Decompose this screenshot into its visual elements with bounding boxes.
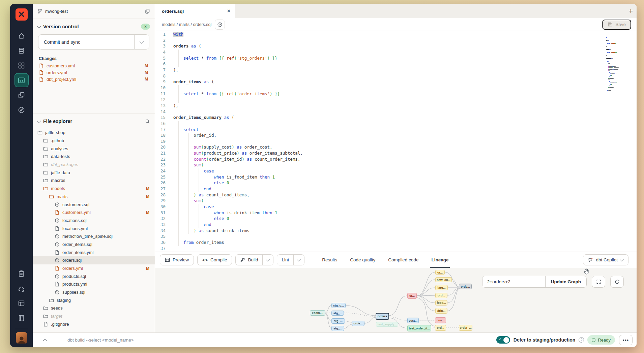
tree-item-customers-sql[interactable]: customers.sql xyxy=(33,200,155,208)
tree-item-jaffle-data[interactable]: jaffle-data xyxy=(33,168,155,176)
lineage-node-orde-[interactable]: orde... xyxy=(352,321,364,326)
tree-item-locations-sql[interactable]: locations.sql xyxy=(33,217,155,225)
tab-compiled-code[interactable]: Compiled code xyxy=(388,252,418,268)
save-button[interactable]: Save xyxy=(602,20,631,30)
changed-file-row[interactable]: orders.ymlM xyxy=(33,69,155,76)
lineage-node-larg-[interactable]: larg... xyxy=(435,285,448,290)
tab-lineage[interactable]: Lineage xyxy=(431,252,448,268)
lineage-node-stg-[interactable]: stg_... xyxy=(331,326,344,331)
code-line-16[interactable]: 16 xyxy=(155,121,637,127)
code-line-3[interactable]: 3orders as ( xyxy=(155,43,637,50)
deploy-icon[interactable] xyxy=(14,43,29,58)
code-line-27[interactable]: 27 end xyxy=(155,186,637,192)
tree-item-orders-sql[interactable]: orders.sql xyxy=(33,256,155,264)
code-line-26[interactable]: 26 else 0 xyxy=(155,180,637,186)
tree-item-metricflow-time-spine-sql[interactable]: metricflow_time_spine.sql xyxy=(33,232,155,240)
lineage-node-drin-[interactable]: drin... xyxy=(435,308,447,314)
code-line-14[interactable]: 14 xyxy=(155,109,637,115)
minimap[interactable] xyxy=(606,37,628,96)
tree-item-orders-yml[interactable]: orders.ymlM xyxy=(33,264,155,272)
code-line-10[interactable]: 10 xyxy=(155,85,637,91)
code-line-7[interactable]: 7), xyxy=(155,67,637,73)
code-line-30[interactable]: 30 case xyxy=(155,204,637,210)
help-icon[interactable]: ? xyxy=(579,337,584,343)
command-input[interactable]: dbt build --select <model_name> xyxy=(67,338,496,343)
tree-item-macros[interactable]: macros xyxy=(33,176,155,185)
code-line-37[interactable]: 37 xyxy=(155,246,637,252)
code-line-5[interactable]: 5 select * from {{ ref('stg_orders') }} xyxy=(155,56,637,62)
develop-icon[interactable] xyxy=(14,73,29,87)
code-line-29[interactable]: 29 sum( xyxy=(155,198,637,204)
tree-item-jaffle-shop[interactable]: jaffle-shop xyxy=(33,129,155,137)
lineage-node-order-[interactable]: order_... xyxy=(459,325,472,331)
lineage-node-new-cu-[interactable]: new_cu... xyxy=(435,277,452,282)
code-line-1[interactable]: 1with xyxy=(155,32,637,38)
lineage-node-test-order-it-[interactable]: test_order_it... xyxy=(407,325,431,331)
defer-toggle[interactable]: ✓ xyxy=(496,336,510,344)
code-line-36[interactable]: 36 from order_items xyxy=(155,240,637,246)
code-line-32[interactable]: 32 else 0 xyxy=(155,216,637,222)
changed-file-row[interactable]: dbt_project.ymlM xyxy=(33,76,155,83)
code-line-25[interactable]: 25 when is_food_item then 1 xyxy=(155,174,637,181)
search-icon[interactable] xyxy=(145,119,150,124)
changelog-icon[interactable] xyxy=(14,311,29,325)
more-options-button[interactable]: ••• xyxy=(619,335,633,345)
code-line-24[interactable]: 24 case xyxy=(155,168,637,174)
changed-file-row[interactable]: customers.ymlM xyxy=(33,62,155,69)
fullscreen-button[interactable] xyxy=(592,276,605,288)
code-line-4[interactable]: 4 xyxy=(155,50,637,56)
tree-item-models[interactable]: modelsM xyxy=(33,185,155,193)
tree-item-target[interactable]: target xyxy=(33,312,155,320)
copy-file-link-icon[interactable] xyxy=(215,20,225,30)
copy-branch-icon[interactable] xyxy=(145,9,150,14)
tree-item-seeds[interactable]: seeds xyxy=(33,304,155,312)
explore-icon[interactable] xyxy=(14,103,29,117)
tree-item-products-yml[interactable]: products.yml xyxy=(33,280,155,288)
new-tab-button[interactable]: + xyxy=(625,5,637,17)
code-line-18[interactable]: 18 order_id, xyxy=(155,133,637,139)
lineage-node-or-[interactable]: or... xyxy=(435,270,445,275)
preview-button[interactable]: Preview xyxy=(160,254,194,265)
lineage-node-stg-o-[interactable]: stg_o... xyxy=(331,303,346,308)
code-line-8[interactable]: 8 xyxy=(155,73,637,79)
support-icon[interactable] xyxy=(14,281,29,295)
tree-item--github[interactable]: .github xyxy=(33,137,155,145)
home-icon[interactable] xyxy=(14,29,29,43)
tree-item-customers-yml[interactable]: customers.ymlM xyxy=(33,208,155,217)
code-line-21[interactable]: 21 sum(product_price) as order_items_sub… xyxy=(155,151,637,157)
apps-icon[interactable] xyxy=(14,58,29,72)
tree-item-data-tests[interactable]: data-tests xyxy=(33,153,155,161)
tree-item--gitignore[interactable]: .gitignore xyxy=(33,320,155,328)
version-control-header[interactable]: Version control 3 xyxy=(33,19,155,32)
dbt-copilot-button[interactable]: dbt Copilot xyxy=(583,254,628,265)
tree-item-order-items-sql[interactable]: order_items.sql xyxy=(33,240,155,249)
tree-item-products-sql[interactable]: products.sql xyxy=(33,272,155,280)
compile-button[interactable]: </> Compile xyxy=(197,254,232,265)
code-line-19[interactable]: 19 xyxy=(155,139,637,145)
lineage-node-ecom-[interactable]: ecom.... xyxy=(310,310,325,316)
close-tab-icon[interactable]: × xyxy=(227,8,230,14)
docs-icon[interactable] xyxy=(14,296,29,310)
commit-options-caret[interactable] xyxy=(134,35,149,49)
lint-button[interactable]: Lint xyxy=(277,255,293,265)
expand-command-bar-button[interactable] xyxy=(33,338,57,342)
lineage-node-orde-[interactable]: orde... xyxy=(459,284,472,289)
tree-item-staging[interactable]: staging xyxy=(33,296,155,304)
code-line-13[interactable]: 13), xyxy=(155,103,637,109)
tasks-icon[interactable] xyxy=(14,266,29,281)
code-editor[interactable]: 1with23orders as (45 select * from {{ re… xyxy=(155,31,637,252)
code-line-17[interactable]: 17 select xyxy=(155,127,637,133)
lineage-node-test-supply-[interactable]: test_supply... xyxy=(376,322,398,327)
code-line-12[interactable]: 12 xyxy=(155,97,637,103)
code-line-23[interactable]: 23 sum( xyxy=(155,162,637,168)
lineage-node-ord-[interactable]: ord... xyxy=(435,325,446,331)
code-line-35[interactable]: 35 xyxy=(155,234,637,240)
tree-item-marts[interactable]: martsM xyxy=(33,193,155,201)
lineage-node-cust-[interactable]: cust... xyxy=(407,318,419,323)
code-line-15[interactable]: 15order_items_summary as ( xyxy=(155,115,637,121)
tree-item-dbt-packages[interactable]: dbt_packages xyxy=(33,161,155,169)
lineage-node-stg-[interactable]: stg_... xyxy=(331,318,345,324)
code-line-9[interactable]: 9order_items as ( xyxy=(155,79,637,85)
code-line-6[interactable]: 6 xyxy=(155,61,637,67)
lint-options-caret[interactable] xyxy=(293,255,304,265)
